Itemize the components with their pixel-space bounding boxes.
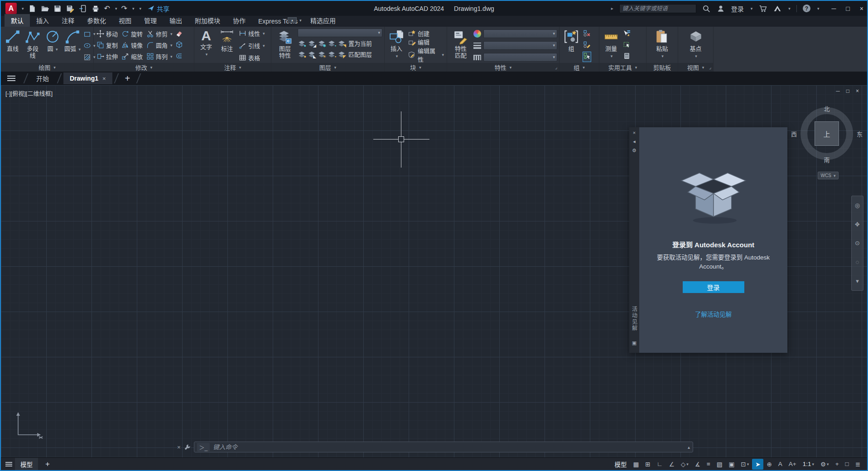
close-tab-icon[interactable]: × [102,75,106,82]
sign-in-button[interactable]: 登录 [683,281,744,293]
layer-unlock-icon[interactable]: ▪ [328,50,336,58]
palette-autohide-icon[interactable]: ◂ [633,139,636,144]
group-edit-tool[interactable] [583,41,591,50]
layout-menu-icon[interactable] [5,462,12,466]
search-flyout-icon[interactable]: ▸ [611,6,613,11]
block-edit-tool[interactable]: 编辑 [407,38,445,46]
command-close-icon[interactable]: × [177,444,181,451]
linetype-combo[interactable]: ▾ [483,53,557,62]
learn-more-link[interactable]: 了解活动见解 [639,309,787,318]
drawing-minimize-icon[interactable]: ─ [836,88,840,94]
tab-parametric[interactable]: 参数化 [81,14,112,27]
annotation-scale-control[interactable]: 1:1▾ [800,459,817,470]
application-menu-button[interactable]: A [5,3,17,14]
drawing-close-icon[interactable]: × [856,88,859,94]
viewcube-north[interactable]: 北 [824,104,829,113]
maximize-button[interactable]: □ [846,5,849,12]
undo-icon[interactable]: ↶ [104,5,110,12]
panel-expander-icon[interactable]: ⌟ [555,65,557,70]
ribbon-minimize-control[interactable]: ▴▾ [288,17,302,23]
layer-properties-button[interactable]: 图层特性 [273,28,297,63]
clean-screen-icon[interactable]: □ [842,459,852,470]
transparency-icon[interactable]: ▨ [714,459,726,470]
tab-output[interactable]: 输出 [163,14,188,27]
app-store-cart-icon[interactable] [758,4,767,13]
drawing-restore-icon[interactable]: □ [846,88,849,94]
insert-block-button[interactable]: 插入▾ [386,28,406,63]
open-from-web-mobile-icon[interactable] [79,4,87,13]
annotation-monitor-icon[interactable]: + [832,459,842,470]
sign-in-dropdown-icon[interactable]: ▾ [751,6,753,11]
array-tool[interactable]: 阵列▾ [145,51,174,62]
save-as-icon[interactable] [66,4,75,13]
orbit-icon[interactable]: ◌ [856,259,859,265]
search-icon[interactable] [702,4,711,13]
object-snap-tracking-icon[interactable]: ∡ [692,459,704,470]
command-customize-icon[interactable] [184,444,191,451]
palette-rail-bottom-icon[interactable]: ▣ [632,340,637,346]
linear-dim-tool[interactable]: 线性▾ [238,29,266,38]
panel-expander-icon[interactable]: ⌟ [709,65,711,70]
grid-display-icon[interactable]: ▦ [630,459,642,470]
panel-block-footer[interactable]: 块▾ [385,63,447,72]
circle-tool[interactable]: 圆 ▾ [43,28,63,63]
quick-select-tool[interactable] [623,29,631,39]
layer-thaw-icon[interactable]: ☀ [318,50,326,58]
steering-wheel-icon[interactable]: ◎ [855,202,860,209]
annotation-autoscale-icon[interactable]: A+ [786,459,800,470]
tab-manage[interactable]: 管理 [138,14,163,27]
autodesk-logo-icon[interactable] [773,4,781,13]
palette-properties-icon[interactable]: ⚙ [632,148,637,154]
ungroup-tool[interactable] [583,29,591,39]
snap-mode-icon[interactable]: ⊞ [642,459,653,470]
autodesk-dropdown-icon[interactable]: ▾ [788,6,791,11]
wcs-selector[interactable]: WCS▾ [818,172,839,179]
layer-match-icon[interactable]: ◤ [338,50,346,58]
stretch-tool[interactable]: 拉伸 [96,51,119,62]
tab-collaborate[interactable]: 协作 [227,14,252,27]
command-input-field[interactable]: ＞_ ▴ [194,442,693,452]
palette-close-icon[interactable]: × [633,130,636,135]
text-tool[interactable]: A 文字▾ [196,28,216,63]
mirror-tool[interactable]: 镜像 [121,39,144,51]
new-file-icon[interactable] [28,4,37,13]
group-select-toggle[interactable] [583,52,591,62]
offset-tool[interactable] [175,52,183,62]
viewcube-east[interactable]: 东 [857,130,863,138]
pan-icon[interactable]: ✥ [855,221,860,228]
sign-in-menu[interactable]: 登录 [731,4,744,13]
measure-button[interactable]: 测量▾ [601,28,621,63]
dimension-tool[interactable]: 标注 [217,28,237,63]
fillet-tool[interactable]: 圆角▾ [145,39,174,51]
redo-icon[interactable]: ↷ [121,5,127,12]
layer-on-icon[interactable]: ● [298,50,306,58]
file-tab-menu-icon[interactable] [7,76,15,81]
save-icon[interactable] [53,4,62,13]
lineweight-icon[interactable]: ≡ [704,459,714,470]
annotation-visibility-icon[interactable]: A [775,459,786,470]
move-tool[interactable]: 移动 [96,28,119,39]
viewcube[interactable]: 上 北 南 西 东 [800,107,853,160]
help-icon[interactable]: ? [803,5,810,12]
layer-isolate-icon[interactable]: ◢ [308,39,316,48]
paste-button[interactable]: 粘贴▾ [652,28,672,63]
base-point-button[interactable]: 基点▾ [686,28,706,63]
scale-tool[interactable]: 缩放 [121,51,144,62]
zoom-icon[interactable]: ⊙ [855,240,860,246]
table-tool[interactable]: 表格 [238,53,266,62]
panel-modify-footer[interactable]: 修改▾ [94,63,194,72]
plot-icon[interactable] [92,4,100,13]
share-button[interactable]: 共享 [147,4,169,13]
model-space-label[interactable]: 模型 [611,459,630,470]
panel-groups-footer[interactable]: 组▾ [559,63,599,72]
polyline-tool[interactable]: 多段线 [23,28,43,63]
new-layout-button[interactable]: + [41,460,54,469]
tab-view[interactable]: 视图 [112,14,138,27]
user-icon[interactable] [717,4,725,13]
polar-tracking-icon[interactable]: ∠ [666,459,678,470]
panel-layers-footer[interactable]: 图层▾ [271,63,384,72]
tab-featured-apps[interactable]: 精选应用 [304,14,342,27]
new-drawing-tab-button[interactable]: + [121,73,135,84]
viewport-controls[interactable]: [-][俯视][二维线框] [5,89,53,97]
selection-filter-icon[interactable]: ➤ [752,459,763,470]
